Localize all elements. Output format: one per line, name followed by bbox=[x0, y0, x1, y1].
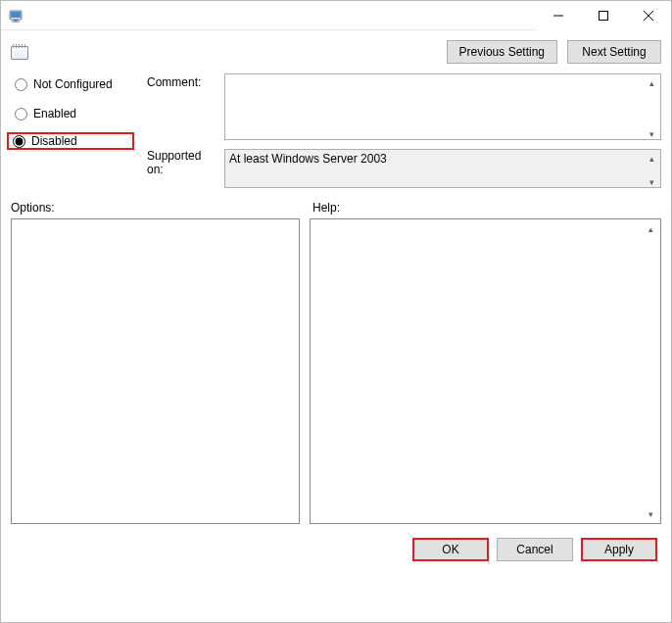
dialog-footer: OK Cancel Apply bbox=[1, 524, 671, 571]
policy-icon bbox=[11, 44, 28, 60]
svg-rect-3 bbox=[12, 21, 20, 22]
window-controls bbox=[536, 1, 671, 30]
options-panel bbox=[11, 218, 300, 524]
supported-on-label: Supported on: bbox=[147, 143, 220, 176]
scroll-up-icon: ▴ bbox=[643, 220, 659, 237]
previous-setting-button[interactable]: Previous Setting bbox=[447, 40, 557, 64]
comment-textarea[interactable] bbox=[224, 73, 661, 140]
help-panel: ▴ ▾ bbox=[310, 218, 661, 524]
svg-rect-2 bbox=[14, 20, 18, 22]
app-icon bbox=[9, 8, 24, 24]
radio-disabled-label: Disabled bbox=[31, 134, 77, 148]
svg-rect-1 bbox=[11, 12, 21, 18]
radio-not-configured-input[interactable] bbox=[15, 78, 27, 91]
help-label: Help: bbox=[312, 201, 340, 215]
next-setting-button[interactable]: Next Setting bbox=[567, 40, 661, 64]
radio-disabled-input[interactable] bbox=[13, 135, 25, 148]
state-radio-group: Not Configured Enabled Disabled bbox=[11, 73, 143, 148]
options-label: Options: bbox=[11, 201, 305, 215]
radio-enabled-input[interactable] bbox=[15, 108, 27, 120]
maximize-button[interactable] bbox=[581, 1, 626, 30]
scroll-down-icon: ▾ bbox=[643, 505, 659, 522]
radio-disabled[interactable]: Disabled bbox=[7, 132, 134, 150]
supported-on-textarea bbox=[224, 149, 661, 188]
radio-not-configured[interactable]: Not Configured bbox=[11, 75, 143, 93]
cancel-button[interactable]: Cancel bbox=[497, 538, 573, 561]
close-button[interactable] bbox=[626, 1, 671, 30]
radio-enabled[interactable]: Enabled bbox=[11, 105, 143, 122]
apply-button[interactable]: Apply bbox=[581, 538, 657, 561]
ok-button[interactable]: OK bbox=[412, 538, 489, 561]
svg-rect-5 bbox=[600, 11, 608, 20]
titlebar bbox=[1, 1, 671, 30]
minimize-button[interactable] bbox=[536, 1, 581, 30]
comment-label: Comment: bbox=[147, 73, 220, 89]
help-scroll: ▴ ▾ bbox=[643, 220, 659, 522]
radio-enabled-label: Enabled bbox=[33, 107, 76, 120]
radio-not-configured-label: Not Configured bbox=[33, 77, 113, 91]
